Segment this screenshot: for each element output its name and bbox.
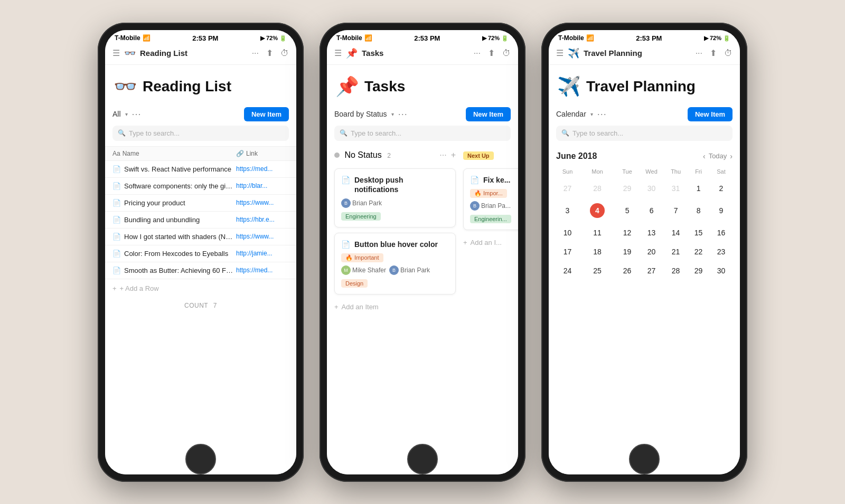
table-row[interactable]: 📄 Smooth as Butter: Achieving 60 FPS... … bbox=[105, 262, 296, 279]
table-row[interactable]: 📄 Bundling and unbundling https://hbr.e.… bbox=[105, 212, 296, 229]
cal-cell-15[interactable]: 15 bbox=[687, 223, 710, 242]
row-link[interactable]: http://blar... bbox=[236, 182, 289, 189]
cal-cell-27[interactable]: 27 bbox=[639, 261, 664, 280]
col-add-icon-no-status[interactable]: + bbox=[451, 150, 456, 160]
toolbar-more-icon-1[interactable]: ··· bbox=[132, 109, 142, 120]
cal-cell-24[interactable]: 24 bbox=[556, 261, 579, 280]
cal-cell-29-prev[interactable]: 29 bbox=[616, 179, 639, 198]
home-button-1[interactable] bbox=[185, 444, 216, 474]
kanban-card-button-blue[interactable]: 📄 Button blue hover color 🔥 Important M … bbox=[334, 233, 456, 294]
chevron-down-icon-3[interactable]: ▾ bbox=[590, 111, 593, 117]
kanban-card-desktop-push[interactable]: 📄 Desktop push notifications B Brian Par… bbox=[334, 168, 456, 227]
toolbar-more-icon-3[interactable]: ··· bbox=[597, 109, 607, 120]
toolbar-more-icon-2[interactable]: ··· bbox=[398, 109, 408, 120]
cal-prev-icon[interactable]: ‹ bbox=[703, 152, 706, 160]
add-item-no-status[interactable]: + Add an Item bbox=[334, 300, 456, 314]
cal-cell-23[interactable]: 23 bbox=[710, 242, 733, 261]
more-icon-2[interactable]: ··· bbox=[474, 49, 481, 58]
clock-icon-1[interactable]: ⏱ bbox=[280, 49, 289, 58]
share-icon-3[interactable]: ⬆ bbox=[710, 48, 717, 58]
share-icon-2[interactable]: ⬆ bbox=[488, 48, 495, 58]
cal-cell-19[interactable]: 19 bbox=[616, 242, 639, 261]
cal-cell-17[interactable]: 17 bbox=[556, 242, 579, 261]
clock-icon-2[interactable]: ⏱ bbox=[502, 49, 511, 58]
cal-cell-30-prev[interactable]: 30 bbox=[639, 179, 664, 198]
hamburger-icon-3[interactable]: ☰ bbox=[556, 48, 564, 58]
search-bar-2[interactable]: 🔍 Type to search... bbox=[334, 126, 511, 141]
table-row[interactable]: 📄 Color: From Hexcodes to Eyeballs http:… bbox=[105, 245, 296, 262]
row-doc-icon: 📄 bbox=[112, 250, 121, 258]
cal-cell-6[interactable]: 6 bbox=[639, 198, 664, 223]
hamburger-icon-2[interactable]: ☰ bbox=[334, 48, 342, 58]
search-bar-3[interactable]: 🔍 Type to search... bbox=[556, 126, 733, 141]
cal-nav-controls: ‹ Today › bbox=[703, 152, 733, 160]
new-item-btn-2[interactable]: New Item bbox=[466, 107, 511, 121]
table-row[interactable]: 📄 Swift vs. React Native performance htt… bbox=[105, 161, 296, 178]
new-item-btn-3[interactable]: New Item bbox=[688, 107, 733, 121]
cal-cell-16[interactable]: 16 bbox=[710, 223, 733, 242]
cal-cell-20[interactable]: 20 bbox=[639, 242, 664, 261]
time-3: 2:53 PM bbox=[636, 34, 662, 42]
home-button-2[interactable] bbox=[407, 444, 438, 474]
cal-cell-5[interactable]: 5 bbox=[616, 198, 639, 223]
row-link[interactable]: https://med... bbox=[236, 165, 289, 173]
cal-cell-11[interactable]: 11 bbox=[579, 223, 616, 242]
cal-today-btn[interactable]: Today bbox=[709, 152, 727, 160]
cal-cell-21[interactable]: 21 bbox=[664, 242, 687, 261]
view-label-2[interactable]: Board by Status bbox=[334, 110, 387, 118]
cal-cell-8[interactable]: 8 bbox=[687, 198, 710, 223]
status-bar-1: T-Mobile 📶 2:53 PM ▶ 72% 🔋 bbox=[105, 30, 296, 44]
table-row[interactable]: 📄 Pricing your product https://www... bbox=[105, 195, 296, 212]
row-link[interactable]: https://www... bbox=[236, 199, 289, 206]
phone-reading-list: T-Mobile 📶 2:53 PM ▶ 72% 🔋 ☰ 👓 Reading L… bbox=[98, 23, 304, 482]
cal-next-icon[interactable]: › bbox=[730, 152, 733, 160]
chevron-down-icon-2[interactable]: ▾ bbox=[391, 111, 394, 117]
table-row[interactable]: 📄 How I got started with shaders (Nor...… bbox=[105, 229, 296, 245]
row-link[interactable]: https://hbr.e... bbox=[236, 216, 289, 223]
cal-cell-9[interactable]: 9 bbox=[710, 198, 733, 223]
table-row[interactable]: 📄 Software components: only the gian... … bbox=[105, 178, 296, 195]
cal-cell-27-prev[interactable]: 27 bbox=[556, 179, 579, 198]
new-item-btn-1[interactable]: New Item bbox=[244, 107, 289, 121]
nav-app-icon-3: ✈️ bbox=[568, 47, 579, 59]
cal-cell-26[interactable]: 26 bbox=[616, 261, 639, 280]
view-label-1[interactable]: All bbox=[112, 110, 121, 118]
cal-cell-13[interactable]: 13 bbox=[639, 223, 664, 242]
cal-cell-14[interactable]: 14 bbox=[664, 223, 687, 242]
row-name: How I got started with shaders (Nor... bbox=[124, 233, 236, 241]
cal-cell-28[interactable]: 28 bbox=[664, 261, 687, 280]
more-icon-1[interactable]: ··· bbox=[252, 49, 259, 58]
row-link[interactable]: http://jamie... bbox=[236, 250, 289, 257]
search-bar-1[interactable]: 🔍 Type to search... bbox=[112, 126, 289, 141]
battery-1: 72% bbox=[266, 35, 278, 41]
cal-cell-31-prev[interactable]: 31 bbox=[664, 179, 687, 198]
add-item-next-up[interactable]: + Add an I... bbox=[463, 235, 518, 250]
cal-day-wed: Wed bbox=[639, 166, 664, 179]
cal-cell-7[interactable]: 7 bbox=[664, 198, 687, 223]
cal-cell-22[interactable]: 22 bbox=[687, 242, 710, 261]
chevron-down-icon-1[interactable]: ▾ bbox=[125, 111, 128, 117]
cal-cell-10[interactable]: 10 bbox=[556, 223, 579, 242]
cal-cell-12[interactable]: 12 bbox=[616, 223, 639, 242]
cal-cell-30[interactable]: 30 bbox=[710, 261, 733, 280]
cal-cell-18[interactable]: 18 bbox=[579, 242, 616, 261]
battery-3: 72% bbox=[710, 35, 721, 41]
cal-cell-1[interactable]: 1 bbox=[687, 179, 710, 198]
share-icon-1[interactable]: ⬆ bbox=[266, 48, 273, 58]
cal-cell-29[interactable]: 29 bbox=[687, 261, 710, 280]
home-button-3[interactable] bbox=[629, 444, 660, 474]
hamburger-icon-1[interactable]: ☰ bbox=[112, 48, 120, 58]
cal-cell-3[interactable]: 3 bbox=[556, 198, 579, 223]
cal-cell-4-today[interactable]: 4 bbox=[579, 198, 616, 223]
clock-icon-3[interactable]: ⏱ bbox=[724, 49, 733, 58]
cal-cell-2[interactable]: 2 bbox=[710, 179, 733, 198]
add-row-1[interactable]: + + Add a Row bbox=[105, 279, 296, 298]
view-label-3[interactable]: Calendar bbox=[556, 110, 586, 118]
cal-cell-25[interactable]: 25 bbox=[579, 261, 616, 280]
kanban-card-fix[interactable]: 📄 Fix ke... 🔥 Impor... B Brian Pa... bbox=[463, 168, 518, 230]
row-link[interactable]: https://med... bbox=[236, 267, 289, 274]
cal-cell-28-prev[interactable]: 28 bbox=[579, 179, 616, 198]
more-icon-3[interactable]: ··· bbox=[696, 49, 702, 58]
row-link[interactable]: https://www... bbox=[236, 233, 289, 240]
col-more-icon-no-status[interactable]: ··· bbox=[439, 150, 446, 160]
